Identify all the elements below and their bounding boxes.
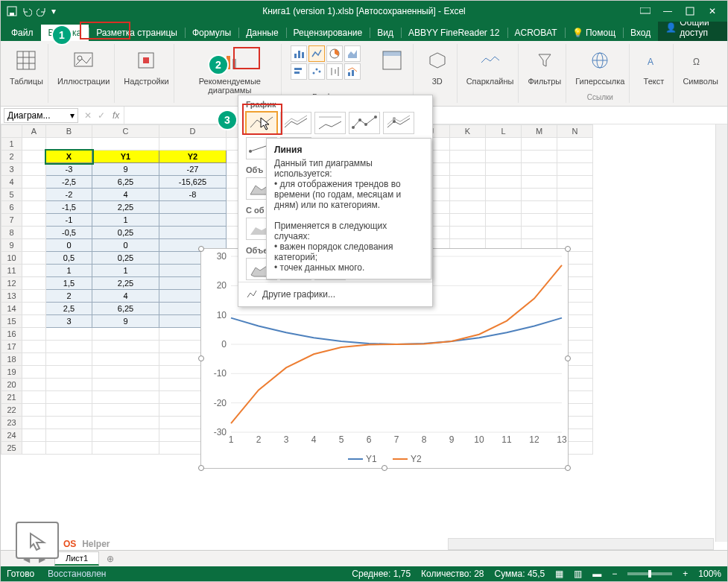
cell[interactable]: -3	[46, 163, 92, 176]
scrollbar-horizontal[interactable]	[448, 538, 714, 550]
name-box[interactable]: Диаграм...▾	[4, 108, 78, 123]
cell[interactable]	[557, 214, 593, 227]
filters-icon[interactable]	[530, 45, 560, 75]
cell[interactable]	[486, 176, 522, 189]
row-header[interactable]: 15	[1, 315, 22, 328]
cell[interactable]: 0,25	[92, 252, 159, 265]
cell[interactable]	[92, 341, 159, 353]
cell[interactable]: 0,5	[46, 252, 92, 265]
cell[interactable]	[450, 151, 486, 163]
cell[interactable]: 1	[92, 214, 159, 227]
cell[interactable]	[22, 353, 46, 366]
row-header[interactable]: 25	[1, 442, 22, 455]
cell[interactable]	[557, 176, 593, 189]
view-break-icon[interactable]: ▬	[592, 569, 601, 579]
hbar-chart-icon[interactable]	[291, 63, 307, 80]
row-header[interactable]: 3	[1, 163, 22, 176]
stock-chart-icon[interactable]	[326, 63, 343, 80]
cell[interactable]	[159, 227, 227, 239]
zoom-out-icon[interactable]: −	[612, 569, 617, 579]
cell[interactable]: 0,25	[92, 227, 159, 239]
row-header[interactable]: 7	[1, 214, 22, 227]
cell[interactable]	[22, 151, 46, 163]
cell[interactable]	[557, 201, 593, 214]
row-header[interactable]: 18	[1, 353, 22, 366]
redo-icon[interactable]	[37, 6, 47, 16]
cell[interactable]	[22, 379, 46, 391]
tab-signin[interactable]: Вход	[623, 25, 658, 41]
cell[interactable]	[22, 252, 46, 265]
cell[interactable]	[22, 138, 46, 151]
tab-formulas[interactable]: Формулы	[185, 25, 238, 41]
row-header[interactable]: 22	[1, 404, 22, 417]
cell[interactable]	[22, 176, 46, 189]
cell[interactable]	[522, 176, 557, 189]
cell[interactable]	[522, 151, 557, 163]
cell[interactable]	[557, 151, 593, 163]
cell[interactable]	[22, 239, 46, 252]
cell[interactable]	[522, 138, 557, 151]
cell[interactable]	[450, 214, 486, 227]
zoom-level[interactable]: 100%	[698, 569, 721, 579]
tab-abbyy[interactable]: ABBYY FineReader 12	[401, 25, 507, 41]
fx-icon[interactable]: fx	[113, 110, 119, 121]
cell[interactable]	[22, 201, 46, 214]
row-header[interactable]: 23	[1, 417, 22, 429]
line-markers2-thumb[interactable]	[383, 112, 414, 134]
cell[interactable]	[22, 328, 46, 341]
cell[interactable]	[450, 176, 486, 189]
tab-review[interactable]: Рецензирование	[286, 25, 370, 41]
combo-chart-icon[interactable]	[344, 63, 361, 80]
cell[interactable]	[22, 429, 46, 442]
col-header[interactable]: K	[450, 125, 486, 138]
cell[interactable]	[450, 227, 486, 239]
cell[interactable]: 1	[46, 265, 92, 277]
cell[interactable]: -0,5	[46, 227, 92, 239]
cell[interactable]	[22, 404, 46, 417]
col-header[interactable]: B	[46, 125, 92, 138]
cell[interactable]: -2	[46, 189, 92, 201]
cell[interactable]	[46, 442, 92, 455]
bar-chart-icon[interactable]	[291, 45, 307, 62]
cell[interactable]	[46, 429, 92, 442]
3d-icon[interactable]	[422, 45, 452, 75]
cell[interactable]: -2,5	[46, 176, 92, 189]
row-header[interactable]: 2	[1, 151, 22, 163]
cell[interactable]	[22, 341, 46, 353]
cell[interactable]	[46, 328, 92, 341]
cell[interactable]: -15,625	[159, 176, 227, 189]
line-100-thumb[interactable]	[314, 112, 346, 134]
sparklines-icon[interactable]	[475, 45, 505, 75]
tab-data[interactable]: Данные	[238, 25, 285, 41]
pivot-icon[interactable]	[377, 45, 407, 75]
cell[interactable]: 2,25	[92, 201, 159, 214]
maximize-icon[interactable]	[680, 1, 700, 22]
cell[interactable]	[486, 151, 522, 163]
cell[interactable]	[486, 214, 522, 227]
cell[interactable]: Y2	[159, 151, 227, 163]
row-header[interactable]: 21	[1, 391, 22, 404]
tab-acrobat[interactable]: ACROBAT	[507, 25, 565, 41]
symbols-icon[interactable]: Ω	[686, 45, 715, 75]
cell[interactable]	[46, 341, 92, 353]
row-header[interactable]: 9	[1, 239, 22, 252]
cell[interactable]	[92, 379, 159, 391]
cell[interactable]: 4	[92, 189, 159, 201]
cell[interactable]: 6,25	[92, 176, 159, 189]
cell[interactable]	[486, 201, 522, 214]
cell[interactable]	[92, 138, 159, 151]
cell[interactable]	[46, 366, 92, 379]
illustrations-icon[interactable]	[69, 45, 98, 75]
cell[interactable]	[486, 138, 522, 151]
cell[interactable]	[557, 227, 593, 239]
row-header[interactable]: 11	[1, 265, 22, 277]
cell[interactable]	[22, 366, 46, 379]
cell[interactable]: 9	[92, 163, 159, 176]
row-header[interactable]: 13	[1, 290, 22, 303]
cell[interactable]: -1,5	[46, 201, 92, 214]
line-stacked-thumb[interactable]	[280, 112, 311, 134]
cell[interactable]	[22, 391, 46, 404]
col-header[interactable]: M	[522, 125, 557, 138]
tab-file[interactable]: Файл	[4, 25, 41, 41]
cell[interactable]	[22, 189, 46, 201]
